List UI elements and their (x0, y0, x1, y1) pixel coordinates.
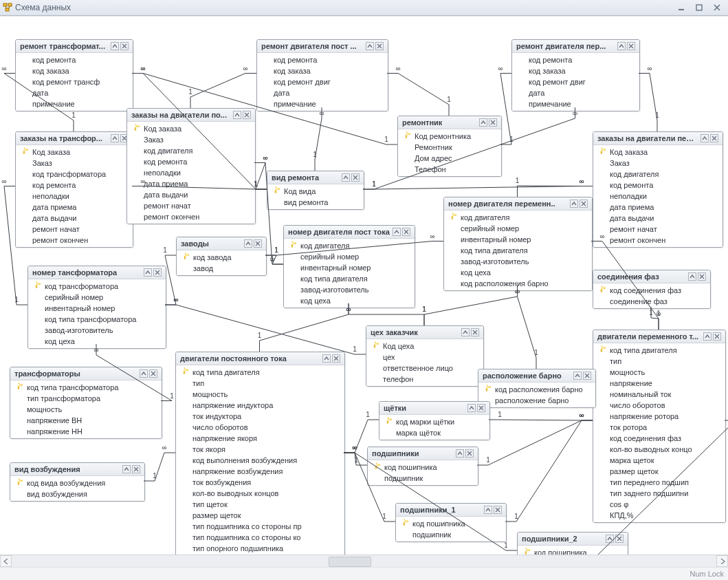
field-row[interactable]: завод (177, 263, 266, 274)
field-row-pk[interactable]: Код заказа (127, 123, 255, 134)
field-row[interactable]: примечание (16, 98, 133, 109)
field-row[interactable]: код типа двигателя (284, 273, 415, 284)
table-card[interactable]: номер двигателя пост токакод двигателясе… (283, 225, 415, 308)
table-close-button[interactable] (698, 272, 706, 281)
table-header[interactable]: подшипники_2 (518, 533, 628, 546)
field-row[interactable]: тип заднего подшипни (593, 488, 725, 499)
table-header[interactable]: подшипники (368, 447, 478, 460)
field-row-pk[interactable]: код двигателя (444, 212, 592, 223)
table-card[interactable]: заказы на трансфор...Код заказаЗаказкод … (15, 131, 133, 248)
field-row-pk[interactable]: Код заказа (16, 147, 133, 158)
table-card[interactable]: номер тансформаторакод трансформаторасер… (27, 266, 166, 349)
table-collapse-button[interactable] (366, 42, 374, 50)
field-row[interactable]: код выполнения возбуждения (176, 455, 344, 466)
field-row[interactable]: Телефон (398, 164, 501, 175)
table-close-button[interactable] (489, 118, 497, 127)
field-row[interactable]: код типа двигателя (444, 245, 592, 256)
field-row[interactable]: код цеха (444, 267, 592, 278)
field-row-pk[interactable]: Код заказа (593, 147, 723, 158)
field-row[interactable]: напряжение НН (10, 426, 162, 437)
field-row[interactable]: КПД,% (176, 554, 344, 555)
field-row[interactable]: cos φ (593, 499, 725, 510)
field-row-pk[interactable]: Код ремонтника (398, 131, 501, 142)
field-row[interactable]: тип (176, 378, 344, 389)
field-row-pk[interactable]: код пошипника (396, 518, 506, 529)
er-canvas[interactable]: ремонт трансформат...код ремонтакод зака… (0, 16, 728, 555)
field-row[interactable]: напряжение индуктора (176, 400, 344, 411)
table-header[interactable]: трансформаторы (10, 367, 162, 380)
field-row[interactable]: код цеха (284, 295, 415, 306)
field-row[interactable]: код ремонт двиг (257, 76, 388, 87)
field-row[interactable]: напряжение ВН (10, 415, 162, 426)
table-close-button[interactable] (149, 369, 157, 378)
field-row[interactable]: ремонт начат (127, 200, 255, 211)
field-row[interactable]: дата выдачи (593, 213, 723, 224)
table-collapse-button[interactable] (467, 404, 476, 412)
field-row[interactable]: код ремонт трансф (16, 76, 133, 87)
table-header[interactable]: заказы на двигатели пере... (593, 132, 723, 145)
field-row[interactable]: мощность (176, 389, 344, 400)
field-row[interactable]: дата приема (16, 202, 133, 213)
horizontal-scrollbar[interactable] (0, 555, 728, 567)
table-card[interactable]: ремонтникКод ремонтникаРемонтникДом адре… (397, 116, 502, 177)
table-card[interactable]: двигатели постоянного токакод типа двига… (175, 352, 345, 555)
field-row[interactable]: ответственное лицо (366, 363, 483, 374)
field-row[interactable]: код ремонта (593, 180, 723, 191)
field-row[interactable]: код ремонта (127, 156, 255, 167)
field-row[interactable]: инвентарный номер (28, 303, 166, 314)
field-row[interactable]: инвентарный номер (284, 262, 415, 273)
field-row[interactable]: мощность (593, 367, 725, 378)
table-card[interactable]: вид ремонтаКод видавид ремонта (267, 171, 364, 210)
field-row[interactable]: марка щёток (379, 427, 489, 438)
field-row-pk[interactable]: код вида возбуждения (10, 477, 144, 488)
table-collapse-button[interactable] (688, 272, 696, 281)
field-row[interactable]: серийный номер (444, 223, 592, 234)
field-row[interactable]: Заказ (16, 158, 133, 169)
table-close-button[interactable] (132, 465, 140, 473)
field-row[interactable]: код заказа (512, 65, 639, 76)
table-card[interactable]: ремонт двигателя пост ...код ремонтакод … (256, 39, 388, 111)
table-collapse-button[interactable] (573, 372, 582, 380)
field-row[interactable]: код цеха (28, 336, 166, 347)
table-collapse-button[interactable] (479, 118, 487, 127)
table-collapse-button[interactable] (393, 228, 401, 236)
table-collapse-button[interactable] (322, 354, 331, 363)
field-row[interactable]: напряжение якоря (176, 433, 344, 444)
field-row[interactable]: расположение барно (478, 395, 595, 406)
field-row[interactable]: код ремонта (257, 54, 388, 65)
field-row[interactable]: тип трансформатора (10, 393, 162, 404)
table-collapse-button[interactable] (456, 449, 464, 458)
table-card[interactable]: соединения фазкод соединения фазсоединен… (593, 270, 711, 309)
field-row[interactable]: тип (593, 356, 725, 367)
table-close-button[interactable] (471, 328, 479, 336)
field-row[interactable]: код трансформатора (16, 169, 133, 180)
table-card[interactable]: расположение барнокод расположения барно… (478, 369, 596, 408)
field-row[interactable]: завод-изготовитель (284, 284, 415, 295)
field-row[interactable]: вид возбуждения (10, 488, 144, 500)
table-header[interactable]: подшипники_1 (396, 504, 506, 517)
table-close-button[interactable] (243, 111, 251, 119)
field-row[interactable]: тип щеток (176, 499, 344, 510)
table-card[interactable]: ремонт двигателя пер...код ремонтакод за… (511, 39, 640, 111)
table-close-button[interactable] (494, 506, 502, 514)
field-row-pk[interactable]: код типа двигателя (593, 345, 725, 356)
table-header[interactable]: щётки (379, 402, 489, 415)
table-card[interactable]: вид возбуждениякод вида возбуждениявид в… (10, 462, 145, 502)
field-row[interactable]: код ремонта (512, 54, 639, 65)
table-collapse-button[interactable] (606, 535, 614, 543)
field-row[interactable]: подшипник (396, 529, 506, 540)
table-close-button[interactable] (120, 42, 129, 50)
field-row[interactable]: марка щеток (593, 455, 725, 466)
field-row[interactable]: код типа трансформатора (28, 314, 166, 325)
field-row[interactable]: КПД,% (593, 510, 725, 521)
table-header[interactable]: номер двигателя пост тока (284, 226, 415, 239)
table-header[interactable]: ремонт двигателя пер... (512, 40, 639, 53)
table-collapse-button[interactable] (144, 268, 152, 277)
table-header[interactable]: ремонтник (398, 116, 501, 129)
field-row-pk[interactable]: код типа трансформатора (10, 382, 162, 393)
table-collapse-button[interactable] (703, 332, 712, 341)
field-row[interactable]: серийный номер (28, 292, 166, 303)
table-close-button[interactable] (583, 372, 591, 380)
field-row[interactable]: Заказ (127, 134, 255, 145)
table-close-button[interactable] (254, 239, 262, 248)
